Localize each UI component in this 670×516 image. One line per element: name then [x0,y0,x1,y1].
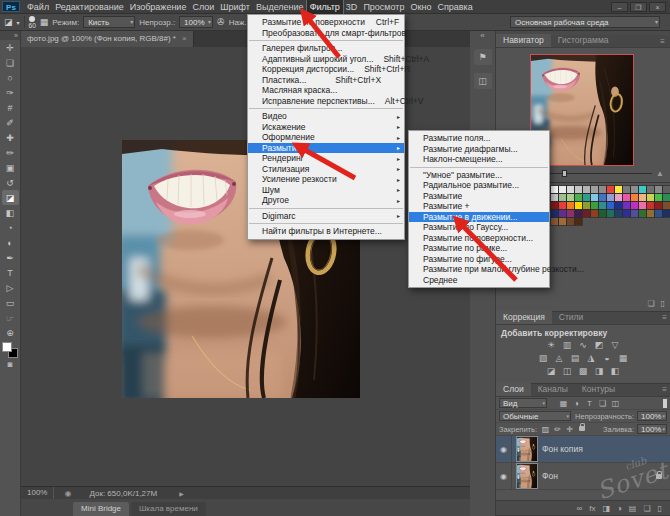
eraser-tool-icon[interactable]: ◪ [4,17,13,27]
color-swatch[interactable] [559,202,566,209]
filter-gallery[interactable]: Галерея фильтров... [248,43,404,54]
filter-blur[interactable]: Размытие ▸ [248,143,404,154]
blur-iris[interactable]: Размытие диафрагмы... [409,144,549,155]
panel-menu-icon[interactable]: ≡ [662,311,667,324]
color-swatch[interactable] [559,210,566,217]
lock-transparency-icon[interactable]: ▨ [540,425,551,434]
filter-oil-paint[interactable]: Масляная краска... [248,85,404,96]
lock-position-icon[interactable]: ✛ [564,425,575,434]
delete-layer-icon[interactable]: ▯ [658,504,662,513]
marquee-tool[interactable]: ❏ [2,55,19,70]
color-swatch[interactable] [663,202,670,209]
tab-paths[interactable]: Контуры [575,383,622,396]
color-swatch[interactable] [591,194,598,201]
zoom-tool[interactable]: ⊕ [2,325,19,340]
zoom-level-field[interactable]: 100% [21,487,54,499]
color-swatch[interactable] [575,210,582,217]
clone-stamp-tool[interactable]: ▣ [2,160,19,175]
color-swatch[interactable] [583,186,590,193]
tab-mini-bridge[interactable]: Mini Bridge [73,502,129,516]
opacity-select[interactable]: 100% [179,16,213,28]
filter-render[interactable]: Рендеринг ▸ [248,153,404,164]
link-layers-icon[interactable]: ∞ [577,504,583,513]
layer-thumbnail[interactable] [517,437,537,461]
color-swatch[interactable] [615,186,622,193]
filter-menu-item[interactable] [249,208,403,209]
brush-tool[interactable]: ✏ [2,145,19,160]
new-layer-icon[interactable]: ❏ [643,504,650,513]
brush-preset-picker[interactable]: 60 [29,16,36,28]
blur-average[interactable]: Среднее [409,275,549,286]
layer-group-icon[interactable]: ▤ [629,504,637,513]
brush-panel-toggle-icon[interactable]: ▦ [40,17,49,27]
filter-smart-objects-icon[interactable]: ◫ [610,399,621,408]
pen-tool[interactable]: ✒ [2,250,19,265]
black-white-icon[interactable]: ▤ [569,352,581,365]
color-swatch[interactable] [591,186,598,193]
filter-distort[interactable]: Искажение ▸ [248,122,404,133]
layer-visibility-icon[interactable]: ◉ [496,436,512,462]
workspace-select[interactable]: Основная рабочая среда [510,16,660,28]
color-swatch[interactable] [631,210,638,217]
color-swatch[interactable] [559,186,566,193]
color-swatch[interactable] [655,210,662,217]
filter-pixelate[interactable]: Оформление ▸ [248,132,404,143]
shape-tool[interactable]: ▭ [2,295,19,310]
exposure-icon[interactable]: ◩ [593,339,605,352]
menubar-image[interactable]: Изображение [127,0,190,14]
color-swatch[interactable] [551,218,558,225]
hand-tool[interactable]: ☞ [2,310,19,325]
blur-blur-more[interactable]: Размытие + [409,201,549,212]
color-swatch[interactable] [639,194,646,201]
curves-icon[interactable]: ∿ [577,339,589,352]
filter-menu-item[interactable] [249,108,403,109]
color-swatch[interactable] [575,186,582,193]
new-swatch-icon[interactable]: ❏ [647,299,654,308]
healing-brush-tool[interactable]: ✚ [2,130,19,145]
color-swatch[interactable] [639,202,646,209]
blur-surface[interactable]: Размытие по поверхности... [409,233,549,244]
filter-type-layers-icon[interactable]: T [584,399,595,408]
color-swatch[interactable] [599,186,606,193]
filter-noise[interactable]: Шум ▸ [248,185,404,196]
filter-convert-smart-filters[interactable]: Преобразовать для смарт-фильтров [248,28,404,39]
hue-saturation-icon[interactable]: ▧ [537,352,549,365]
type-tool[interactable]: T [2,265,19,280]
minimize-button[interactable]: – [611,2,628,12]
color-swatch[interactable] [663,210,670,217]
blur-shape[interactable]: Размытие по фигуре... [409,254,549,265]
menubar-window[interactable]: Окно [407,0,434,14]
color-swatch[interactable] [567,194,574,201]
color-swatch[interactable] [567,210,574,217]
color-swatch[interactable] [591,202,598,209]
blur-smart[interactable]: "Умное" размытие... [409,170,549,181]
slider-thumb[interactable] [562,170,567,177]
color-swatch[interactable] [583,194,590,201]
tab-histogram[interactable]: Гистограмма [551,34,616,47]
color-swatch[interactable] [615,194,622,201]
brightness-contrast-icon[interactable]: ☀ [545,339,557,352]
color-swatch[interactable] [623,202,630,209]
color-swatch[interactable] [663,194,670,201]
color-swatch[interactable] [647,210,654,217]
levels-icon[interactable]: ▥ [561,339,573,352]
blur-radial[interactable]: Радиальное размытие... [409,180,549,191]
filter-liquify[interactable]: Пластика... Shift+Ctrl+X [248,75,404,86]
status-popup-arrow-icon[interactable]: ▶ [179,490,184,497]
blur-submenu-item[interactable] [410,167,548,168]
menubar-help[interactable]: Справка [434,0,475,14]
filter-vanishing-point[interactable]: Исправление перспективы... Alt+Ctrl+V [248,96,404,107]
crop-tool[interactable]: # [2,100,19,115]
lock-all-icon[interactable] [576,425,587,434]
filter-adjustment-layers-icon[interactable]: ◑ [571,399,582,408]
color-swatch[interactable] [583,210,590,217]
move-tool[interactable]: ✛ [2,40,19,55]
layer-visibility-icon[interactable]: ◉ [496,463,512,489]
toolbar-collapse-icon[interactable]: » [0,31,20,40]
history-panel-icon[interactable]: ⚑ [474,49,492,65]
mode-select[interactable]: Кисть [83,16,135,28]
gradient-map-icon[interactable]: ◨ [593,365,605,378]
color-swatch[interactable] [567,202,574,209]
blur-tilt-shift[interactable]: Наклон-смещение... [409,154,549,165]
color-swatch[interactable] [647,194,654,201]
